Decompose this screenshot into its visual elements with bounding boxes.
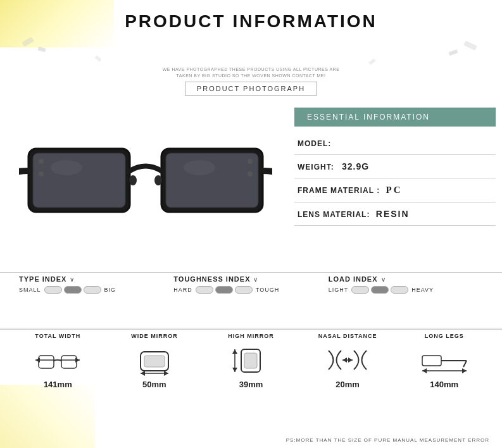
nasal-distance-item: NASAL DISTANCE 20mm (313, 330, 382, 389)
svg-point-7 (154, 175, 162, 185)
load-index-scale: LIGHT HEAVY (329, 286, 483, 294)
svg-line-32 (463, 361, 467, 367)
model-row: MODEL: (294, 133, 496, 155)
toughness-index-bars (196, 286, 253, 294)
svg-marker-20 (141, 371, 145, 376)
long-legs-title: LONG LEGS (410, 333, 479, 339)
svg-marker-14 (75, 358, 80, 363)
ps-note: PS:MORE THAN THE SIZE OF PURE MANUAL MEA… (286, 437, 489, 443)
type-index-chevron[interactable]: ∨ (70, 276, 74, 283)
essential-info-panel: ESSENTIAL INFORMATION MODEL: WEIGHT: 32.… (291, 108, 502, 234)
load-bar-3 (391, 286, 408, 294)
svg-rect-30 (422, 356, 441, 366)
long-legs-item: LONG LEGS 140mm (410, 330, 479, 389)
toughness-index-tough-label: TOUGH (256, 287, 279, 293)
load-index-bars (351, 286, 408, 294)
high-mirror-icon (216, 342, 286, 377)
toughness-index-chevron[interactable]: ∨ (253, 276, 258, 283)
weight-row: WEIGHT: 32.9G (294, 155, 496, 178)
frame-material-value: PC (386, 185, 403, 195)
weight-label: WEIGHT: (298, 163, 334, 171)
svg-point-9 (248, 159, 253, 164)
total-width-title: TOTAL WIDTH (23, 333, 92, 339)
tough-bar-3 (235, 286, 253, 294)
svg-marker-29 (348, 358, 353, 363)
lens-material-value: RESIN (376, 209, 410, 219)
svg-point-2 (51, 160, 82, 175)
model-label: MODEL: (298, 139, 331, 148)
product-image-area (0, 108, 291, 234)
svg-marker-28 (342, 358, 347, 363)
nasal-distance-title: NASAL DISTANCE (313, 333, 382, 339)
type-index-scale: SMALL BIG (19, 286, 173, 294)
total-width-icon (23, 342, 92, 377)
svg-point-5 (184, 160, 215, 175)
svg-marker-13 (35, 358, 40, 363)
essential-info-header: ESSENTIAL INFORMATION (294, 108, 496, 127)
load-bar-2 (371, 286, 389, 294)
long-legs-icon (410, 342, 479, 377)
type-index-bars (44, 286, 101, 294)
nasal-distance-icon (313, 342, 382, 377)
high-mirror-value: 39mm (216, 380, 286, 389)
measurements-section: TOTAL WIDTH 141mm WIDE MIRROR (0, 329, 502, 389)
svg-rect-16 (61, 356, 77, 368)
frame-material-row: FRAME MATERIAL : PC (294, 178, 496, 202)
wide-mirror-item: WIDE MIRROR 50mm (120, 330, 189, 389)
tough-bar-2 (215, 286, 233, 294)
photo-label-box: PRODUCT PHOTOGRAPH (185, 82, 317, 96)
wide-mirror-icon (120, 342, 189, 377)
type-bar-2 (64, 286, 82, 294)
svg-point-11 (248, 171, 253, 177)
nasal-distance-value: 20mm (313, 380, 382, 389)
load-index-light-label: LIGHT (329, 287, 349, 293)
total-width-value: 141mm (23, 380, 92, 389)
type-index-big-label: BIG (104, 287, 116, 293)
toughness-index-scale: HARD TOUGH (173, 286, 328, 294)
toughness-index-hard-label: HARD (173, 287, 192, 293)
svg-rect-1 (33, 153, 125, 208)
type-bar-1 (44, 286, 62, 294)
toughness-index-title: TOUGHNESS INDEX (173, 275, 250, 283)
load-index-title: LOAD INDEX (329, 275, 378, 283)
total-width-item: TOTAL WIDTH 141mm (23, 330, 92, 389)
load-bar-1 (351, 286, 369, 294)
load-index-group: LOAD INDEX ∨ (329, 275, 483, 283)
svg-marker-25 (232, 349, 237, 354)
wide-mirror-value: 50mm (120, 380, 189, 389)
svg-rect-15 (39, 356, 54, 368)
wide-mirror-title: WIDE MIRROR (120, 333, 189, 339)
lens-material-label: LENS MATERIAL: (298, 210, 370, 219)
photo-subtext: WE HAVE PHOTOGRAPHED THESE PRODUCTS USIN… (156, 66, 346, 79)
high-mirror-title: HIGH MIRROR (216, 333, 286, 339)
svg-marker-34 (422, 368, 427, 373)
svg-marker-26 (232, 368, 237, 372)
sunglasses-image (19, 114, 272, 228)
indexes-section: TYPE INDEX ∨ TOUGHNESS INDEX ∨ LOAD INDE… (0, 275, 502, 297)
type-bar-3 (84, 286, 101, 294)
long-legs-value: 140mm (410, 380, 479, 389)
frame-material-label: FRAME MATERIAL : (298, 186, 380, 195)
tough-bar-1 (196, 286, 213, 294)
svg-point-10 (39, 171, 44, 177)
weight-value: 32.9G (342, 161, 369, 171)
svg-rect-23 (244, 353, 257, 368)
load-index-heavy-label: HEAVY (411, 287, 434, 293)
type-index-title: TYPE INDEX (19, 275, 66, 283)
svg-rect-4 (166, 153, 258, 208)
lens-material-row: LENS MATERIAL: RESIN (294, 202, 496, 226)
svg-marker-21 (164, 371, 168, 376)
toughness-index-group: TOUGHNESS INDEX ∨ (173, 275, 328, 283)
svg-rect-18 (144, 356, 165, 367)
svg-point-8 (39, 159, 44, 164)
type-index-small-label: SMALL (19, 287, 41, 293)
high-mirror-item: HIGH MIRROR 39mm (216, 330, 286, 389)
type-index-group: TYPE INDEX ∨ (19, 275, 173, 283)
svg-marker-35 (462, 368, 467, 373)
load-index-chevron[interactable]: ∨ (381, 276, 386, 283)
svg-point-6 (129, 175, 137, 185)
